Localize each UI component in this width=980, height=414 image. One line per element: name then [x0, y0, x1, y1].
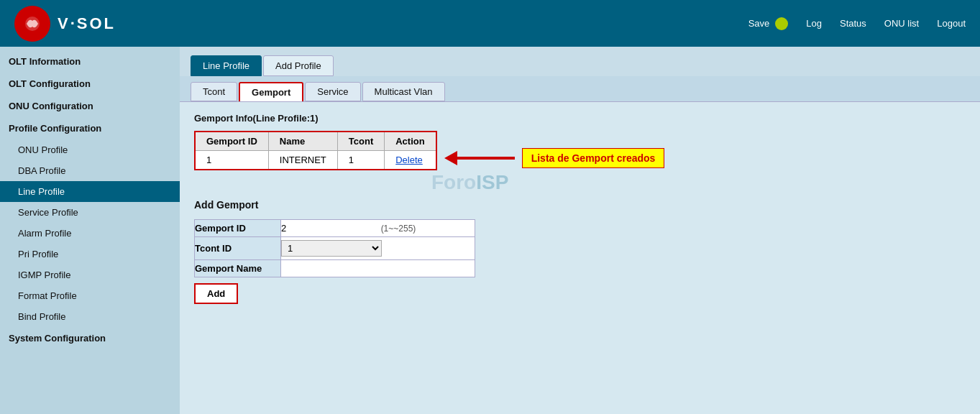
gemport-table: Gemport ID Name Tcont Action 1 INTERNET …: [194, 131, 437, 170]
sidebar-item-alarm-profile[interactable]: Alarm Profile: [0, 223, 180, 244]
add-button[interactable]: Add: [194, 283, 238, 304]
sidebar-item-olt-info[interactable]: OLT Information: [0, 50, 180, 73]
sidebar: OLT Information OLT Configuration ONU Co…: [0, 47, 180, 414]
sidebar-item-bind-profile[interactable]: Bind Profile: [0, 306, 180, 327]
sidebar-item-igmp-profile[interactable]: IGMP Profile: [0, 264, 180, 285]
sidebar-item-pri-profile[interactable]: Pri Profile: [0, 244, 180, 264]
add-gemport-title: Add Gemport: [194, 199, 966, 211]
annotation-container: Lista de Gemport creados: [444, 148, 665, 168]
cell-action[interactable]: Delete: [385, 151, 436, 170]
tab-add-profile[interactable]: Add Profile: [263, 55, 334, 76]
delete-link[interactable]: Delete: [395, 155, 423, 165]
layout: OLT Information OLT Configuration ONU Co…: [0, 47, 980, 414]
logout-link[interactable]: Logout: [937, 18, 966, 29]
cell-name: INTERNET: [268, 151, 337, 170]
input-cell-gemport-name: [281, 260, 475, 277]
input-cell-tcont-id: 1 2 3: [281, 237, 475, 260]
sidebar-item-service-profile[interactable]: Service Profile: [0, 202, 180, 223]
save-area: Save: [748, 17, 789, 30]
cell-tcont: 1: [337, 151, 384, 170]
sidebar-item-dba-profile[interactable]: DBA Profile: [0, 160, 180, 181]
header-right: Save Log Status ONU list Logout: [748, 17, 966, 30]
gemport-id-input[interactable]: [281, 223, 375, 234]
sidebar-item-line-profile[interactable]: Line Profile: [0, 181, 180, 202]
tcont-id-select[interactable]: 1 2 3: [281, 240, 382, 257]
status-link[interactable]: Status: [840, 18, 866, 29]
save-label: Save: [748, 18, 770, 29]
cell-gemport-id: 1: [195, 151, 268, 170]
label-gemport-name: Gemport Name: [195, 260, 281, 277]
logo-text: V·SOL: [58, 14, 116, 33]
gemport-id-hint: (1~~255): [381, 224, 416, 234]
top-tab-bar: Line Profile Add Profile: [180, 47, 980, 76]
tab-service[interactable]: Service: [305, 82, 360, 101]
tab-tcont[interactable]: Tcont: [191, 82, 237, 101]
log-link[interactable]: Log: [806, 18, 822, 29]
gemport-name-input[interactable]: [281, 263, 375, 274]
label-gemport-id: Gemport ID: [195, 220, 281, 237]
sidebar-item-olt-config[interactable]: OLT Configuration: [0, 73, 180, 95]
sidebar-item-onu-profile[interactable]: ONU Profile: [0, 139, 180, 160]
sidebar-item-format-profile[interactable]: Format Profile: [0, 285, 180, 306]
sidebar-item-system-config[interactable]: System Configuration: [0, 327, 180, 349]
form-row-gemport-name: Gemport Name: [195, 260, 475, 277]
arrow-head-icon: [444, 151, 457, 165]
status-indicator: [775, 17, 788, 30]
form-row-gemport-id: Gemport ID (1~~255): [195, 220, 475, 237]
table-row: 1 INTERNET 1 Delete: [195, 151, 436, 170]
col-tcont: Tcont: [337, 132, 384, 151]
main-content: Line Profile Add Profile Tcont Gemport S…: [180, 47, 980, 414]
logo-area: V·SOL: [14, 6, 116, 42]
arrow-shaft: [457, 157, 515, 160]
label-tcont-id: Tcont ID: [195, 237, 281, 260]
tab-line-profile[interactable]: Line Profile: [191, 55, 262, 76]
tab-gemport[interactable]: Gemport: [239, 82, 303, 101]
form-row-tcont-id: Tcont ID 1 2 3: [195, 237, 475, 260]
sub-tab-bar: Tcont Gemport Service Multicast Vlan: [180, 76, 980, 102]
header: V·SOL Save Log Status ONU list Logout: [0, 0, 980, 47]
gemport-info-title: Gemport Info(Line Profile:1): [194, 113, 966, 124]
sidebar-item-profile-config[interactable]: Profile Configuration: [0, 117, 180, 139]
logo-icon: [14, 6, 50, 42]
input-cell-gemport-id: (1~~255): [281, 220, 475, 237]
col-name: Name: [268, 132, 337, 151]
tab-multicast-vlan[interactable]: Multicast Vlan: [362, 82, 445, 101]
onu-list-link[interactable]: ONU list: [884, 18, 919, 29]
sidebar-item-onu-config[interactable]: ONU Configuration: [0, 95, 180, 117]
content-area: Gemport Info(Line Profile:1) Gemport ID …: [180, 102, 980, 315]
col-gemport-id: Gemport ID: [195, 132, 268, 151]
annotation-label: Lista de Gemport creados: [522, 148, 665, 168]
add-gemport-form: Gemport ID (1~~255) Tcont ID 1 2 3: [194, 219, 475, 277]
col-action: Action: [385, 132, 436, 151]
